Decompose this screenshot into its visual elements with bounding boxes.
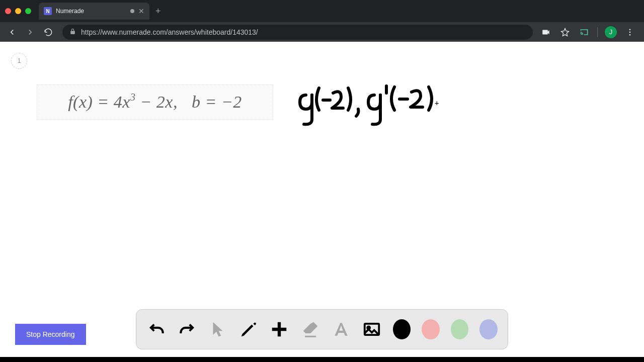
svg-point-0 bbox=[629, 29, 631, 30]
toolbar-separator bbox=[597, 27, 598, 37]
toolbar-actions: J bbox=[540, 26, 639, 38]
tab-strip: N Numerade ✕ + bbox=[0, 0, 644, 22]
back-button[interactable] bbox=[5, 25, 19, 39]
page-number-badge[interactable]: 1 bbox=[11, 53, 27, 69]
color-green[interactable] bbox=[451, 319, 469, 339]
browser-chrome: N Numerade ✕ + https://www.numerade.com/… bbox=[0, 0, 644, 42]
browser-toolbar: https://www.numerade.com/answers/whitebo… bbox=[0, 22, 644, 42]
address-bar[interactable]: https://www.numerade.com/answers/whitebo… bbox=[62, 25, 533, 40]
forward-button[interactable] bbox=[23, 25, 37, 39]
svg-point-2 bbox=[629, 34, 631, 35]
formula-text: f(x) = 4x3 − 2x,b = −2 bbox=[68, 93, 242, 112]
lock-icon bbox=[69, 28, 76, 36]
pointer-tool[interactable] bbox=[208, 318, 227, 340]
formula-container[interactable]: f(x) = 4x3 − 2x,b = −2 bbox=[37, 84, 273, 120]
profile-avatar[interactable]: J bbox=[605, 26, 617, 38]
color-blue[interactable] bbox=[479, 319, 498, 339]
page-viewport: 1 f(x) = 4x3 − 2x,b = −2 bbox=[0, 42, 644, 357]
cursor-crosshair: + bbox=[435, 99, 439, 107]
cast-icon[interactable] bbox=[578, 26, 590, 38]
maximize-window-button[interactable] bbox=[25, 8, 31, 14]
tab-title: Numerade bbox=[56, 8, 126, 15]
kebab-menu-icon[interactable] bbox=[624, 26, 636, 38]
image-tool[interactable] bbox=[362, 318, 381, 340]
browser-tab[interactable]: N Numerade ✕ bbox=[39, 3, 149, 20]
add-tool[interactable] bbox=[270, 318, 289, 340]
new-tab-button[interactable]: + bbox=[155, 6, 161, 17]
tab-loading-icon bbox=[130, 9, 134, 13]
redo-button[interactable] bbox=[177, 318, 197, 340]
favicon-icon: N bbox=[44, 7, 52, 15]
color-black[interactable] bbox=[393, 319, 411, 339]
text-tool[interactable] bbox=[331, 318, 351, 340]
minimize-window-button[interactable] bbox=[15, 8, 21, 14]
url-text: https://www.numerade.com/answers/whitebo… bbox=[81, 28, 258, 36]
stop-recording-button[interactable]: Stop Recording bbox=[15, 324, 86, 345]
window-controls bbox=[5, 8, 31, 14]
eraser-tool[interactable] bbox=[300, 318, 320, 340]
undo-button[interactable] bbox=[146, 318, 166, 340]
close-window-button[interactable] bbox=[5, 8, 11, 14]
tab-close-button[interactable]: ✕ bbox=[138, 7, 144, 15]
whiteboard-toolbox bbox=[136, 309, 508, 349]
handwriting bbox=[292, 81, 453, 131]
bottom-black-bar bbox=[0, 357, 644, 362]
reload-button[interactable] bbox=[41, 25, 55, 39]
pen-tool[interactable] bbox=[239, 318, 259, 340]
svg-point-1 bbox=[629, 31, 631, 33]
camera-icon[interactable] bbox=[540, 26, 552, 38]
bookmark-star-icon[interactable] bbox=[559, 26, 571, 38]
color-red[interactable] bbox=[422, 319, 440, 339]
